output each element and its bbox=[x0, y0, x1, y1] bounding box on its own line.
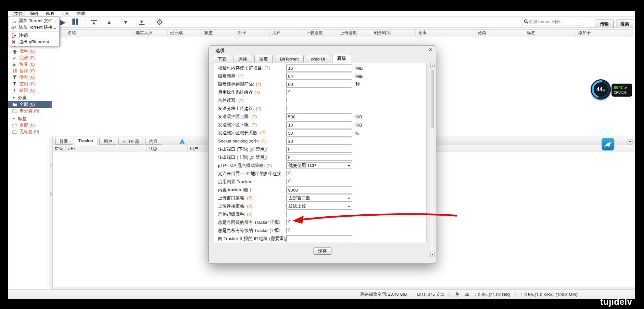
column-header[interactable]: 状态 bbox=[202, 30, 235, 36]
sidebar-filter-item[interactable]: 做种 (0) bbox=[8, 48, 52, 55]
help-link[interactable]: (?) bbox=[247, 204, 253, 208]
option-checkbox[interactable] bbox=[286, 179, 287, 185]
option-input[interactable] bbox=[286, 138, 352, 144]
scroll-up-icon[interactable]: ▲ bbox=[430, 63, 435, 68]
column-header[interactable]: 已完成 bbox=[168, 30, 202, 36]
thunder-bird-icon[interactable] bbox=[602, 138, 614, 150]
help-link[interactable]: (?) bbox=[260, 139, 266, 143]
option-checkbox[interactable] bbox=[286, 219, 287, 225]
help-link[interactable]: (?) bbox=[251, 114, 257, 119]
option-checkbox[interactable] bbox=[286, 227, 287, 234]
column-header[interactable]: 种子 bbox=[235, 30, 270, 36]
sidebar-filter-item[interactable]: 暂停 (0) bbox=[8, 68, 52, 74]
resume-icon[interactable]: ▶ bbox=[58, 18, 67, 27]
connection-status-icon[interactable] bbox=[455, 292, 460, 297]
help-link[interactable]: (?) bbox=[260, 130, 266, 135]
menu-file[interactable]: 文件 bbox=[11, 11, 26, 17]
column-header[interactable]: 名称 bbox=[65, 30, 133, 36]
option-input[interactable] bbox=[286, 186, 352, 193]
options-tab-下载[interactable]: 下载 bbox=[213, 55, 231, 63]
sidebar-filter-item[interactable]: 空闲 (0) bbox=[8, 81, 52, 87]
options-tab-高级[interactable]: 高级 bbox=[333, 54, 351, 63]
move-down-icon[interactable]: ▼ bbox=[121, 18, 130, 27]
option-select[interactable]: 优先使用 TCP▼ bbox=[286, 162, 352, 169]
column-header[interactable]: 分类 bbox=[475, 30, 524, 36]
scroll-down-icon[interactable]: ▼ bbox=[430, 252, 435, 257]
help-link[interactable]: (?) bbox=[256, 82, 261, 87]
panel-splitter[interactable] bbox=[49, 137, 53, 289]
option-select[interactable]: 固定窗口数▼ bbox=[286, 195, 352, 201]
option-checkbox[interactable] bbox=[286, 97, 287, 103]
option-checkbox[interactable] bbox=[286, 211, 287, 217]
props-tab-http源[interactable]: HTTP 源 bbox=[118, 138, 143, 145]
menu-item[interactable]: 帮助 bbox=[73, 11, 89, 17]
options-gear-icon[interactable]: ⚙ bbox=[155, 18, 164, 27]
move-up-icon[interactable]: ▲ bbox=[105, 18, 114, 27]
help-link[interactable]: (?) bbox=[247, 212, 253, 217]
torrent-table-header[interactable]: 名称选定大小已完成状态种子用户下载速度上传速度剩余时间比率分类标签添加于 bbox=[52, 29, 633, 36]
categories-header[interactable]: ▼分类 bbox=[8, 95, 52, 101]
option-checkbox[interactable] bbox=[286, 105, 287, 112]
column-header[interactable]: 比率 bbox=[416, 30, 475, 36]
tab-transfers[interactable]: 传输 bbox=[595, 20, 614, 28]
option-input[interactable] bbox=[286, 129, 352, 136]
column-header[interactable]: 下载速度 bbox=[303, 30, 337, 36]
search-input[interactable] bbox=[529, 19, 586, 24]
tracker-column-header[interactable]: 层级 bbox=[53, 145, 66, 152]
sidebar-filter-item[interactable]: 活动 (0) bbox=[8, 74, 52, 81]
help-link[interactable]: (?) bbox=[251, 122, 257, 127]
help-link[interactable]: (?) bbox=[255, 90, 260, 95]
option-input[interactable] bbox=[286, 235, 352, 242]
props-tab-tracker[interactable]: Tracker bbox=[74, 137, 97, 145]
option-input[interactable] bbox=[286, 64, 352, 71]
props-tab-用户[interactable]: 用户 bbox=[99, 138, 116, 145]
scrollbar-thumb[interactable] bbox=[431, 70, 434, 128]
options-tab-速度[interactable]: 速度 bbox=[254, 55, 273, 63]
column-header[interactable]: 剩余时间 bbox=[371, 30, 416, 36]
dialog-close-icon[interactable]: × bbox=[429, 47, 432, 53]
option-checkbox[interactable] bbox=[286, 170, 287, 177]
help-link[interactable]: (?) bbox=[238, 98, 244, 103]
sidebar-filter-item[interactable]: ▶恢复 (0) bbox=[8, 61, 52, 68]
column-header[interactable]: 选定大小 bbox=[133, 30, 168, 36]
sidebar-filter-item[interactable]: !错误 (0) bbox=[8, 87, 52, 94]
column-header[interactable]: 用户 bbox=[270, 30, 303, 36]
options-tab-webui[interactable]: Web UI bbox=[306, 55, 330, 63]
sidebar-tag-item[interactable]: 全部 (0) bbox=[8, 122, 52, 128]
option-input[interactable] bbox=[286, 154, 352, 161]
tags-header[interactable]: ▼标签 bbox=[8, 115, 52, 122]
torrent-filter-searchbox[interactable] bbox=[522, 18, 584, 25]
column-header[interactable]: 添加于 bbox=[575, 30, 633, 36]
sidebar-tag-item[interactable]: 无标签 (0) bbox=[8, 128, 52, 135]
column-header[interactable]: 上传速度 bbox=[337, 30, 371, 36]
option-input[interactable] bbox=[286, 146, 352, 153]
help-link[interactable]: (?) bbox=[247, 195, 253, 200]
help-link[interactable]: (?) bbox=[238, 74, 244, 78]
move-top-icon[interactable]: ▲ bbox=[89, 18, 98, 27]
alt-speed-limits-icon[interactable] bbox=[464, 292, 470, 297]
pause-icon[interactable] bbox=[71, 18, 80, 27]
column-header[interactable]: 标签 bbox=[524, 30, 575, 36]
move-bottom-icon[interactable]: ▼ bbox=[137, 18, 146, 27]
option-input[interactable] bbox=[286, 113, 352, 120]
menu-item[interactable]: 工具 bbox=[57, 11, 73, 17]
menu-item-add[interactable]: 添加 Torrent 文件... bbox=[8, 18, 59, 24]
sidebar-category-item[interactable]: 全部 (0) bbox=[8, 101, 52, 108]
menu-item[interactable]: 视图 bbox=[42, 11, 57, 17]
panel-collapse-icon[interactable]: ▼ bbox=[627, 139, 633, 145]
tracker-column-header[interactable]: 状态 bbox=[147, 145, 188, 152]
tab-search[interactable]: 搜索 bbox=[616, 20, 633, 28]
option-checkbox[interactable] bbox=[286, 89, 287, 95]
menu-item-add[interactable]: 添加 Torrent 链接... bbox=[8, 24, 59, 31]
option-input[interactable] bbox=[286, 73, 352, 79]
options-tab-连接[interactable]: 连接 bbox=[234, 55, 252, 63]
option-input[interactable] bbox=[286, 121, 352, 128]
horizontal-scrollbar[interactable] bbox=[53, 287, 635, 289]
option-input[interactable] bbox=[286, 81, 352, 87]
tracker-column-header[interactable]: URL bbox=[66, 145, 147, 152]
help-link[interactable]: (?) bbox=[256, 106, 261, 111]
sidebar-filter-item[interactable]: ✓完成 (0) bbox=[8, 55, 52, 61]
help-link[interactable]: (?) bbox=[267, 163, 272, 168]
save-button[interactable]: 保存 bbox=[313, 247, 331, 255]
menu-item-exit[interactable]: 退出 qBittorrent bbox=[8, 39, 59, 45]
